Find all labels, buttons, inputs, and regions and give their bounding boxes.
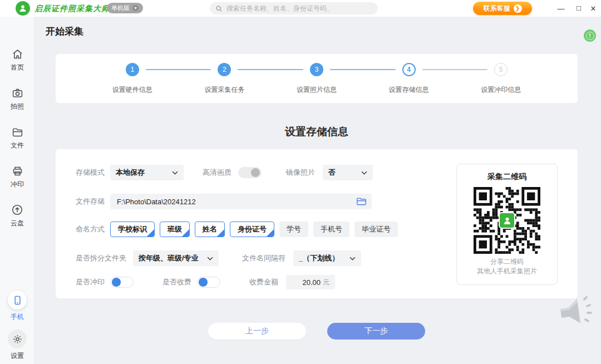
footer-buttons: 上一步 下一步	[56, 323, 578, 340]
tag-label: 学校标识	[118, 224, 147, 234]
chevron-down-icon	[172, 171, 178, 175]
naming-tag-class[interactable]: 班级	[160, 222, 190, 237]
split-folder-label: 是否拆分文件夹	[76, 253, 126, 263]
separator-select[interactable]: _（下划线）	[293, 250, 361, 266]
arrow-right-icon: ❯	[514, 4, 522, 13]
qr-caption-line2: 其他人手机采集照片	[457, 267, 557, 276]
naming-mode-label: 命名方式	[76, 224, 110, 234]
contact-support-button[interactable]: 联系客服 ❯	[473, 2, 532, 15]
fee-label: 收费金额	[249, 277, 278, 287]
storage-mode-select[interactable]: 本地保存	[110, 165, 184, 180]
hd-quality-toggle[interactable]	[238, 167, 262, 178]
sidebar-item-label: 文件	[11, 141, 24, 150]
form-row-4: 是否拆分文件夹 按年级、班级/专业 文件名间隔符 _（下划线）	[76, 250, 361, 266]
edition-badge-label: 单机版	[111, 4, 130, 12]
caret-down-icon: ▾	[132, 5, 139, 11]
sidebar-item-label: 冲印	[11, 180, 24, 189]
wizard-stepper: 1 设置硬件信息 2 设置采集任务 3 设置照片信息 4 设置存储信息 5 设置…	[56, 54, 578, 103]
sidebar: 首页 拍照 文件 冲印 云盘 手机	[0, 17, 35, 364]
tag-label: 毕业证号	[362, 224, 391, 234]
form-row-5: 是否冲印 是否收费 收费金额 元	[76, 275, 335, 289]
tag-label: 姓名	[203, 224, 217, 234]
separator-value: _（下划线）	[299, 253, 339, 263]
naming-tag-diploma-number[interactable]: 毕业证号	[354, 222, 398, 237]
step-2-circle[interactable]: 2	[218, 63, 231, 76]
search-input[interactable]	[226, 4, 372, 12]
edition-badge-dropdown[interactable]: 单机版 ▾	[107, 3, 143, 13]
naming-tag-id-number[interactable]: 身份证号	[230, 222, 274, 237]
info-icon[interactable]: !	[584, 29, 596, 42]
sidebar-item-label: 设置	[11, 351, 24, 361]
maximize-button[interactable]: ☐	[571, 0, 587, 17]
fee-input[interactable]	[292, 278, 321, 287]
naming-tag-student-number[interactable]: 学号	[279, 222, 308, 237]
toggle-knob	[199, 278, 208, 287]
step-1-label: 设置硬件信息	[112, 85, 152, 95]
sidebar-item-cloud[interactable]: 云盘	[0, 204, 35, 228]
tag-label: 身份证号	[238, 224, 267, 234]
naming-tag-phone-number[interactable]: 手机号	[313, 222, 349, 237]
file-path-input[interactable]	[110, 194, 372, 209]
printer-icon	[11, 165, 23, 177]
close-button[interactable]: ✕	[585, 0, 601, 17]
tag-label: 班级	[168, 224, 182, 234]
contact-support-label: 联系客服	[484, 4, 510, 13]
chevron-down-icon	[207, 257, 213, 260]
sidebar-item-capture[interactable]: 拍照	[0, 87, 35, 111]
speaker-icon[interactable]	[556, 293, 595, 331]
step-4-label: 设置存储信息	[389, 85, 429, 95]
storage-mode-value: 本地保存	[116, 168, 145, 178]
step-3-label: 设置照片信息	[297, 85, 337, 95]
folder-icon	[11, 126, 23, 138]
step-5-circle[interactable]: 5	[494, 63, 508, 76]
next-step-button[interactable]: 下一步	[327, 323, 425, 340]
titlebar: 启辰证件照采集大师 单机版 ▾ 联系客服 ❯ — ☐ ✕	[0, 0, 601, 17]
chevron-down-icon	[361, 171, 367, 175]
naming-tag-school-id[interactable]: 学校标识	[110, 222, 155, 237]
print-toggle[interactable]	[110, 277, 134, 288]
hd-quality-label: 高清画质	[203, 168, 231, 178]
split-folder-value: 按年级、班级/专业	[139, 253, 199, 263]
step-5-label: 设置冲印信息	[481, 85, 521, 95]
qr-title: 采集二维码	[457, 172, 557, 182]
step-1-circle[interactable]: 1	[126, 63, 139, 76]
app-window: 启辰证件照采集大师 单机版 ▾ 联系客服 ❯ — ☐ ✕ 首页 拍照	[0, 0, 601, 364]
qr-center-logo-icon	[499, 212, 515, 229]
separator-label: 文件名间隔符	[242, 253, 285, 263]
sidebar-item-phone[interactable]: 手机	[0, 291, 35, 322]
form-row-2: 文件存储	[76, 194, 372, 209]
app-logo-icon	[16, 1, 30, 16]
naming-tag-name[interactable]: 姓名	[195, 222, 225, 237]
sidebar-item-label: 手机	[11, 312, 24, 322]
storage-mode-label: 存储模式	[76, 168, 110, 178]
minimize-button[interactable]: —	[553, 0, 569, 17]
toggle-knob	[112, 278, 121, 287]
sidebar-item-home[interactable]: 首页	[0, 48, 35, 72]
form-row-1: 存储模式 本地保存 高清画质 镜像照片 否	[76, 165, 373, 180]
charge-toggle[interactable]	[197, 277, 220, 288]
sidebar-item-print[interactable]: 冲印	[0, 165, 35, 189]
step-4-circle[interactable]: 4	[402, 63, 416, 76]
sidebar-item-settings[interactable]: 设置	[0, 329, 35, 361]
app-title: 启辰证件照采集大师	[35, 4, 110, 14]
camera-icon	[11, 87, 23, 99]
split-folder-select[interactable]: 按年级、班级/专业	[133, 250, 219, 266]
main-content: 开始采集 ! 1 设置硬件信息 2 设置采集任务 3 设置照片信息 4 设置存储…	[35, 17, 601, 364]
fee-unit: 元	[323, 278, 329, 287]
sidebar-item-files[interactable]: 文件	[0, 126, 35, 150]
tag-label: 学号	[287, 224, 301, 234]
cloud-upload-icon	[11, 204, 23, 216]
previous-step-button[interactable]: 上一步	[208, 323, 306, 340]
mirror-photo-select[interactable]: 否	[323, 165, 373, 180]
browse-folder-icon[interactable]	[356, 196, 367, 208]
chevron-down-icon	[349, 257, 356, 260]
file-path-label: 文件存储	[76, 196, 110, 206]
toggle-knob	[251, 168, 260, 177]
charge-label: 是否收费	[162, 277, 191, 287]
settings-bubble	[8, 329, 27, 348]
mirror-photo-label: 镜像照片	[286, 168, 315, 178]
step-3-circle[interactable]: 3	[310, 63, 323, 76]
qr-caption-line1: 分享二维码	[457, 257, 557, 267]
gear-icon	[11, 333, 23, 345]
print-label: 是否冲印	[76, 277, 105, 287]
